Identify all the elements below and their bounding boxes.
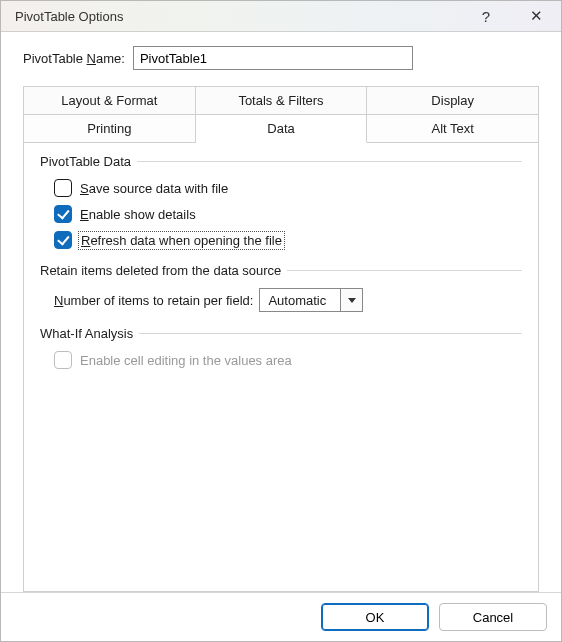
- checkbox-save-source-data[interactable]: [54, 179, 72, 197]
- tab-totals-filters[interactable]: Totals & Filters: [196, 86, 368, 114]
- tab-printing[interactable]: Printing: [23, 114, 196, 143]
- pivottable-name-row: PivotTable Name:: [23, 46, 539, 70]
- dialog-content: PivotTable Name: Layout & Format Totals …: [1, 32, 561, 592]
- divider: [137, 161, 522, 162]
- option-save-source-data[interactable]: Save source data with file: [54, 179, 522, 197]
- section-retain-items: Retain items deleted from the data sourc…: [40, 263, 522, 312]
- dialog-footer: OK Cancel: [1, 592, 561, 641]
- tab-layout-format[interactable]: Layout & Format: [23, 86, 196, 114]
- tab-panel-data: PivotTable Data Save source data with fi…: [23, 142, 539, 592]
- close-button[interactable]: ✕: [511, 1, 561, 31]
- combo-value: Automatic: [260, 293, 340, 308]
- tabs-row-top: Layout & Format Totals & Filters Display: [23, 86, 539, 114]
- checkbox-label: Enable show details: [80, 207, 196, 222]
- retain-items-combo[interactable]: Automatic: [259, 288, 363, 312]
- tab-data[interactable]: Data: [196, 114, 368, 143]
- section-legend: What-If Analysis: [40, 326, 522, 341]
- pivottable-options-dialog: PivotTable Options ? ✕ PivotTable Name: …: [0, 0, 562, 642]
- option-enable-show-details[interactable]: Enable show details: [54, 205, 522, 223]
- tabs: Layout & Format Totals & Filters Display…: [23, 86, 539, 592]
- checkbox-enable-show-details[interactable]: [54, 205, 72, 223]
- section-pivottable-data: PivotTable Data Save source data with fi…: [40, 154, 522, 249]
- retain-items-label: Number of items to retain per field:: [54, 293, 253, 308]
- ok-button[interactable]: OK: [321, 603, 429, 631]
- combo-dropdown-button[interactable]: [340, 289, 362, 311]
- checkbox-refresh-on-open[interactable]: [54, 231, 72, 249]
- section-legend: PivotTable Data: [40, 154, 522, 169]
- checkbox-label: Enable cell editing in the values area: [80, 353, 292, 368]
- cancel-button[interactable]: Cancel: [439, 603, 547, 631]
- chevron-down-icon: [348, 298, 356, 303]
- divider: [139, 333, 522, 334]
- section-legend: Retain items deleted from the data sourc…: [40, 263, 522, 278]
- pivottable-name-input[interactable]: [133, 46, 413, 70]
- checkbox-enable-cell-editing: [54, 351, 72, 369]
- tab-alt-text[interactable]: Alt Text: [367, 114, 539, 143]
- divider: [287, 270, 522, 271]
- retain-items-row: Number of items to retain per field: Aut…: [54, 288, 522, 312]
- title-bar: PivotTable Options ? ✕: [1, 1, 561, 32]
- window-title: PivotTable Options: [15, 9, 461, 24]
- help-icon: ?: [482, 8, 490, 25]
- close-icon: ✕: [530, 7, 543, 25]
- option-refresh-on-open[interactable]: Refresh data when opening the file: [54, 231, 522, 249]
- checkbox-label: Save source data with file: [80, 181, 228, 196]
- tab-display[interactable]: Display: [367, 86, 539, 114]
- help-button[interactable]: ?: [461, 1, 511, 31]
- tabs-row-bottom: Printing Data Alt Text: [23, 114, 539, 143]
- option-enable-cell-editing: Enable cell editing in the values area: [54, 351, 522, 369]
- checkbox-label: Refresh data when opening the file: [80, 233, 283, 248]
- pivottable-name-label: PivotTable Name:: [23, 51, 127, 66]
- section-whatif: What-If Analysis Enable cell editing in …: [40, 326, 522, 369]
